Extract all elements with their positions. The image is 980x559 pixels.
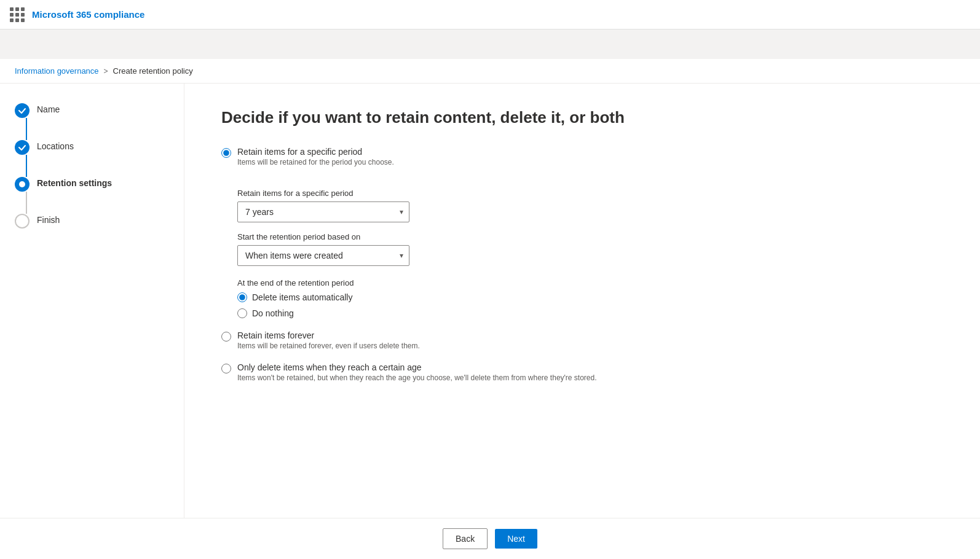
option-retain-forever-labels: Retain items forever Items will be retai… (237, 330, 420, 350)
start-period-group: Start the retention period based on When… (237, 232, 943, 266)
start-period-select-wrapper: When items were created When items were … (237, 245, 409, 266)
step-finish-label: Finish (37, 214, 60, 225)
breadcrumb: Information governance > Create retentio… (0, 59, 980, 84)
step-name-circle (15, 103, 30, 118)
connector-2 (26, 155, 27, 177)
step-finish: Finish (15, 214, 169, 229)
app-title: Microsoft 365 compliance (32, 9, 144, 20)
breadcrumb-parent[interactable]: Information governance (15, 66, 99, 76)
option-retain-specific-main: Retain items for a specific period (237, 147, 394, 157)
option-retain-specific-radio[interactable] (221, 148, 231, 158)
connector-3 (26, 192, 27, 214)
breadcrumb-current: Create retention policy (113, 66, 193, 76)
retain-period-select-wrapper: 7 years 1 year 5 years 10 years Custom ▾ (237, 201, 409, 222)
end-option-delete-label: Delete items automatically (252, 292, 352, 302)
start-period-select[interactable]: When items were created When items were … (237, 245, 409, 266)
option-retain-specific[interactable]: Retain items for a specific period Items… (221, 147, 943, 166)
content-area: Decide if you want to retain content, de… (184, 84, 980, 518)
option-retain-forever-main: Retain items forever (237, 330, 420, 340)
end-option-nothing[interactable]: Do nothing (237, 308, 943, 318)
option-retain-specific-labels: Retain items for a specific period Items… (237, 147, 394, 166)
step-finish-circle (15, 214, 30, 229)
step-retention-label: Retention settings (37, 177, 112, 188)
retain-period-form: Retain items for a specific period 7 yea… (237, 189, 943, 318)
back-button[interactable]: Back (443, 528, 488, 549)
retain-period-group: Retain items for a specific period 7 yea… (237, 189, 943, 222)
step-locations-label: Locations (37, 140, 74, 151)
option-retain-forever-sub: Items will be retained forever, even if … (237, 342, 420, 350)
option-only-delete[interactable]: Only delete items when they reach a cert… (221, 362, 943, 382)
next-button[interactable]: Next (495, 529, 537, 549)
retain-period-select[interactable]: 7 years 1 year 5 years 10 years Custom (237, 201, 409, 222)
step-locations-circle (15, 140, 30, 155)
step-name: Name (15, 103, 169, 118)
connector-1 (26, 118, 27, 140)
end-period-label: At the end of the retention period (237, 278, 943, 287)
end-option-nothing-radio[interactable] (237, 308, 247, 318)
retain-period-label: Retain items for a specific period (237, 189, 943, 198)
waffle-icon[interactable] (10, 7, 25, 22)
step-locations: Locations (15, 140, 169, 155)
option-retain-forever[interactable]: Retain items forever Items will be retai… (221, 330, 943, 350)
footer: Back Next (0, 518, 980, 559)
step-name-label: Name (37, 103, 60, 114)
end-option-delete-radio[interactable] (237, 292, 247, 302)
top-bar: Microsoft 365 compliance (0, 0, 980, 29)
breadcrumb-separator: > (104, 67, 108, 76)
option-retain-forever-radio[interactable] (221, 332, 231, 342)
main-radio-group: Retain items for a specific period Items… (221, 147, 943, 382)
option-only-delete-radio[interactable] (221, 364, 231, 373)
end-period-group: At the end of the retention period Delet… (237, 276, 943, 318)
sidebar: Name Locations Retention settings (0, 84, 184, 518)
option-only-delete-sub: Items won't be retained, but when they r… (237, 373, 597, 382)
start-period-label: Start the retention period based on (237, 232, 943, 241)
option-only-delete-main: Only delete items when they reach a cert… (237, 362, 597, 372)
end-option-nothing-label: Do nothing (252, 308, 294, 318)
end-option-delete[interactable]: Delete items automatically (237, 292, 943, 302)
end-period-radio-group: Delete items automatically Do nothing (237, 292, 943, 318)
page-title: Decide if you want to retain content, de… (221, 108, 943, 127)
step-retention: Retention settings (15, 177, 169, 192)
option-only-delete-labels: Only delete items when they reach a cert… (237, 362, 597, 382)
step-retention-circle (15, 177, 30, 192)
option-retain-specific-sub: Items will be retained for the period yo… (237, 158, 394, 166)
